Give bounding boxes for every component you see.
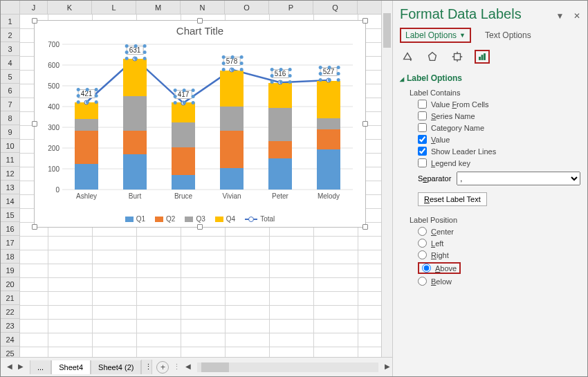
check-show-leader-lines[interactable]: Show Leader Lines xyxy=(418,147,580,156)
row-22[interactable]: 22 xyxy=(1,305,19,319)
check-series-name[interactable]: Series Name xyxy=(418,111,580,120)
reset-label-text-button[interactable]: Reset Label Text xyxy=(418,192,487,206)
row-3[interactable]: 3 xyxy=(1,42,19,56)
row-16[interactable]: 16 xyxy=(1,222,19,236)
row-23[interactable]: 23 xyxy=(1,319,19,333)
data-label[interactable]: 421 xyxy=(78,89,95,98)
row-headers: 1234567891011121314151617181920212223242… xyxy=(1,15,20,374)
row-11[interactable]: 11 xyxy=(1,153,19,167)
data-label[interactable]: 516 xyxy=(272,69,289,78)
col-O[interactable]: O xyxy=(225,1,269,14)
sheet-tab-2[interactable]: Sheet4 (2) xyxy=(91,360,141,374)
row-21[interactable]: 21 xyxy=(1,291,19,305)
data-label[interactable]: 417 xyxy=(175,90,192,99)
svg-rect-12 xyxy=(484,53,486,60)
row-8[interactable]: 8 xyxy=(1,111,19,125)
y-axis[interactable]: 0100200300400500600700 xyxy=(40,44,61,190)
sheet-tab-active[interactable]: Sheet4 xyxy=(51,360,91,374)
row-19[interactable]: 19 xyxy=(1,264,19,277)
row-18[interactable]: 18 xyxy=(1,250,19,264)
col-M[interactable]: M xyxy=(136,1,181,14)
hscroll-left[interactable]: ◀ xyxy=(183,362,193,372)
sheet-tab-bar: ◀ ▶ ... Sheet4 Sheet4 (2) ⋮ + ⋮ ◀ ▶ xyxy=(1,357,392,376)
row-5[interactable]: 5 xyxy=(1,70,19,84)
row-24[interactable]: 24 xyxy=(1,333,19,347)
col-J[interactable]: J xyxy=(20,1,48,14)
tab-text-options[interactable]: Text Options xyxy=(481,29,535,42)
row-14[interactable]: 14 xyxy=(1,194,19,208)
row-20[interactable]: 20 xyxy=(1,277,19,291)
svg-rect-9 xyxy=(454,54,461,60)
legend-total[interactable]: Total xyxy=(245,215,275,223)
radio-center[interactable]: Center xyxy=(418,227,580,236)
sheet-tab-more[interactable]: ... xyxy=(30,360,51,374)
col-K[interactable]: K xyxy=(48,1,92,14)
label-position-heading: Label Position xyxy=(410,216,580,224)
hscroll-right[interactable]: ▶ xyxy=(383,362,392,372)
row-4[interactable]: 4 xyxy=(1,56,19,70)
pane-dropdown-icon[interactable]: ▼ xyxy=(556,11,564,21)
label-contains-heading: Label Contains xyxy=(410,89,580,97)
data-label[interactable]: 527 xyxy=(320,67,338,76)
check-legend-key[interactable]: Legend key xyxy=(418,158,580,167)
sheet-nav-next[interactable]: ▶ xyxy=(16,362,26,372)
row-15[interactable]: 15 xyxy=(1,208,19,222)
radio-left[interactable]: Left xyxy=(418,239,580,248)
col-Q[interactable]: Q xyxy=(313,1,358,14)
horizontal-scrollbar[interactable] xyxy=(197,362,378,372)
data-label[interactable]: 631 xyxy=(127,46,144,55)
radio-below[interactable]: Below xyxy=(418,277,580,286)
spreadsheet-grid[interactable]: Chart Title 0100200300400500600700 42163… xyxy=(20,15,381,357)
check-value-from-cells[interactable]: Value From Cells xyxy=(418,100,580,109)
separator-select[interactable]: , xyxy=(457,172,580,185)
check-category-name[interactable]: Category Name xyxy=(418,123,580,132)
plot-area[interactable]: 421631417578516527 xyxy=(62,44,353,190)
pane-title: Format Data Labels xyxy=(400,6,522,22)
check-value[interactable]: Value xyxy=(418,135,580,144)
format-pane: Format Data Labels ▼ ✕ Label Options ▼ T… xyxy=(392,1,587,376)
legend-q4[interactable]: Q4 xyxy=(215,215,235,223)
row-10[interactable]: 10 xyxy=(1,139,19,153)
legend-q3[interactable]: Q3 xyxy=(185,215,205,223)
row-6[interactable]: 6 xyxy=(1,84,19,98)
pane-close-icon[interactable]: ✕ xyxy=(573,11,580,21)
col-N[interactable]: N xyxy=(181,1,225,14)
radio-right[interactable]: Right xyxy=(418,250,580,259)
sheet-nav-prev[interactable]: ◀ xyxy=(5,362,15,372)
row-2[interactable]: 2 xyxy=(1,28,19,42)
col-L[interactable]: L xyxy=(92,1,136,14)
legend-q1[interactable]: Q1 xyxy=(125,215,145,223)
vertical-scrollbar[interactable] xyxy=(381,1,392,357)
data-label[interactable]: 578 xyxy=(223,57,241,66)
row-1[interactable]: 1 xyxy=(1,15,19,28)
new-sheet-button[interactable]: + xyxy=(156,361,169,374)
tab-label-options[interactable]: Label Options ▼ xyxy=(400,28,471,43)
section-label-options[interactable]: Label Options xyxy=(400,73,580,83)
embedded-chart[interactable]: Chart Title 0100200300400500600700 42163… xyxy=(34,20,366,228)
svg-marker-8 xyxy=(429,53,437,61)
row-13[interactable]: 13 xyxy=(1,181,19,194)
row-9[interactable]: 9 xyxy=(1,125,19,139)
separator-label: Separator xyxy=(418,174,451,183)
chart-legend[interactable]: Q1 Q2 Q3 Q4 Total xyxy=(35,215,365,223)
svg-rect-11 xyxy=(481,55,484,60)
effects-icon[interactable] xyxy=(425,50,440,64)
size-icon[interactable] xyxy=(450,50,465,64)
chart-options-icon[interactable] xyxy=(475,50,490,64)
fill-icon[interactable] xyxy=(400,50,415,64)
row-12[interactable]: 12 xyxy=(1,167,19,181)
x-axis[interactable]: AshleyBurtBruceVivianPeterMelody xyxy=(62,192,353,202)
legend-q2[interactable]: Q2 xyxy=(155,215,175,223)
row-7[interactable]: 7 xyxy=(1,98,19,111)
radio-above[interactable]: Above xyxy=(418,262,461,274)
col-P[interactable]: P xyxy=(269,1,313,14)
svg-rect-10 xyxy=(479,57,481,60)
sheet-tab-overflow[interactable]: ⋮ xyxy=(141,360,152,374)
row-17[interactable]: 17 xyxy=(1,236,19,250)
